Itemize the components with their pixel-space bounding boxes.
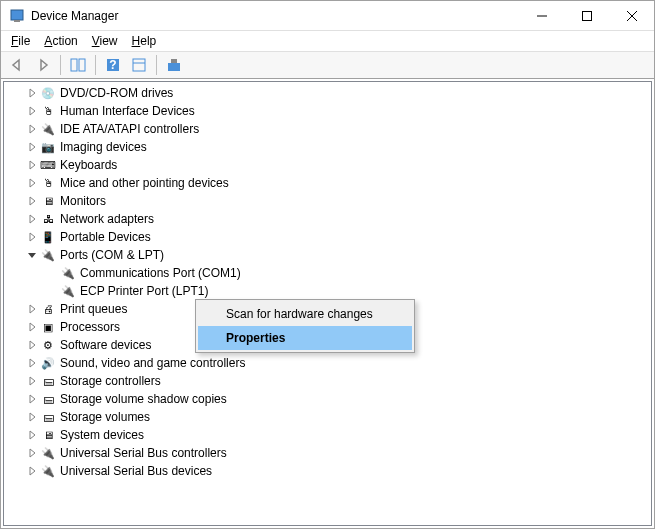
tree-node[interactable]: 🔌Universal Serial Bus controllers (4, 444, 651, 462)
tree-node-label: Sound, video and game controllers (60, 356, 245, 370)
titlebar[interactable]: Device Manager (1, 1, 654, 31)
tree-node-label: Storage volume shadow copies (60, 392, 227, 406)
tree-node-label: Mice and other pointing devices (60, 176, 229, 190)
tree-node[interactable]: 🖴Storage volume shadow copies (4, 390, 651, 408)
port-icon: 🔌 (40, 247, 56, 263)
menu-help[interactable]: Help (126, 33, 163, 49)
tree-node[interactable]: 🖱Human Interface Devices (4, 102, 651, 120)
tree-node-label: Network adapters (60, 212, 154, 226)
svg-rect-1 (14, 20, 20, 22)
chevron-down-icon[interactable] (24, 247, 40, 263)
chevron-right-icon[interactable] (24, 445, 40, 461)
dvd-drive-icon: 💿 (40, 85, 56, 101)
svg-rect-6 (71, 59, 77, 71)
tree-node[interactable]: 📷Imaging devices (4, 138, 651, 156)
tree-node-label: Communications Port (COM1) (80, 266, 241, 280)
toolbar-separator (95, 55, 96, 75)
chevron-right-icon[interactable] (24, 391, 40, 407)
chevron-right-icon[interactable] (24, 373, 40, 389)
software-icon: ⚙ (40, 337, 56, 353)
chevron-right-icon[interactable] (24, 85, 40, 101)
chevron-right-icon[interactable] (24, 319, 40, 335)
forward-button[interactable] (31, 54, 55, 76)
tree-node[interactable]: 🔌Universal Serial Bus devices (4, 462, 651, 480)
menu-view[interactable]: View (86, 33, 124, 49)
hid-icon: 🖱 (40, 103, 56, 119)
chevron-right-icon[interactable] (24, 463, 40, 479)
context-menu-item[interactable]: Scan for hardware changes (198, 302, 412, 326)
chevron-right-icon[interactable] (24, 121, 40, 137)
chevron-right-icon[interactable] (24, 175, 40, 191)
tree-node-label: Software devices (60, 338, 151, 352)
svg-rect-12 (168, 63, 180, 71)
monitor-icon: 🖥 (40, 193, 56, 209)
toolbar: ? (1, 51, 654, 79)
tree-node[interactable]: 📱Portable Devices (4, 228, 651, 246)
port-icon: 🔌 (60, 265, 76, 281)
chevron-right-icon[interactable] (24, 157, 40, 173)
tree-node[interactable]: 🔊Sound, video and game controllers (4, 354, 651, 372)
tree-node-label: DVD/CD-ROM drives (60, 86, 173, 100)
help-button[interactable]: ? (101, 54, 125, 76)
tree-node[interactable]: 🔌ECP Printer Port (LPT1) (4, 282, 651, 300)
chevron-right-icon[interactable] (24, 301, 40, 317)
chevron-right-icon[interactable] (24, 103, 40, 119)
svg-rect-3 (582, 11, 591, 20)
chevron-right-icon[interactable] (24, 139, 40, 155)
cpu-icon: ▣ (40, 319, 56, 335)
usb-icon: 🔌 (40, 463, 56, 479)
menubar: File Action View Help (1, 31, 654, 51)
tree-node[interactable]: 🖴Storage controllers (4, 372, 651, 390)
tree-node-label: System devices (60, 428, 144, 442)
tree-node[interactable]: 🔌Communications Port (COM1) (4, 264, 651, 282)
tree-node-label: Storage controllers (60, 374, 161, 388)
close-button[interactable] (609, 1, 654, 30)
chevron-right-icon[interactable] (24, 427, 40, 443)
scan-hardware-button[interactable] (162, 54, 186, 76)
ide-icon: 🔌 (40, 121, 56, 137)
tree-node[interactable]: 🖥System devices (4, 426, 651, 444)
tree-node[interactable]: 🖧Network adapters (4, 210, 651, 228)
menu-file[interactable]: File (5, 33, 36, 49)
chevron-right-icon[interactable] (24, 193, 40, 209)
back-button[interactable] (5, 54, 29, 76)
app-icon (9, 8, 25, 24)
menu-action[interactable]: Action (38, 33, 83, 49)
chevron-right-icon[interactable] (24, 211, 40, 227)
network-icon: 🖧 (40, 211, 56, 227)
imaging-icon: 📷 (40, 139, 56, 155)
chevron-right-icon[interactable] (24, 409, 40, 425)
mouse-icon: 🖱 (40, 175, 56, 191)
tree-node-label: Monitors (60, 194, 106, 208)
tree-node-label: Portable Devices (60, 230, 151, 244)
tree-node[interactable]: 🖱Mice and other pointing devices (4, 174, 651, 192)
tree-node-label: Print queues (60, 302, 127, 316)
context-menu-item[interactable]: Properties (198, 326, 412, 350)
menu-file-rest: ile (18, 34, 30, 48)
chevron-right-icon[interactable] (24, 229, 40, 245)
menu-action-rest: ction (52, 34, 77, 48)
tree-node-label: Processors (60, 320, 120, 334)
tree-node[interactable]: 🔌IDE ATA/ATAPI controllers (4, 120, 651, 138)
sound-icon: 🔊 (40, 355, 56, 371)
maximize-button[interactable] (564, 1, 609, 30)
chevron-right-icon[interactable] (24, 337, 40, 353)
minimize-button[interactable] (519, 1, 564, 30)
tree-node[interactable]: 🖴Storage volumes (4, 408, 651, 426)
tree-node[interactable]: 💿DVD/CD-ROM drives (4, 84, 651, 102)
tree-node-label: Human Interface Devices (60, 104, 195, 118)
tree-node[interactable]: ⌨Keyboards (4, 156, 651, 174)
chevron-right-icon[interactable] (24, 355, 40, 371)
port-icon: 🔌 (60, 283, 76, 299)
tree-node[interactable]: 🔌Ports (COM & LPT) (4, 246, 651, 264)
show-hide-console-button[interactable] (66, 54, 90, 76)
action-button[interactable] (127, 54, 151, 76)
no-expander (44, 283, 60, 299)
menu-help-rest: elp (140, 34, 156, 48)
tree-node-label: Storage volumes (60, 410, 150, 424)
tree-node-label: Universal Serial Bus controllers (60, 446, 227, 460)
printer-icon: 🖨 (40, 301, 56, 317)
tree-node-label: Imaging devices (60, 140, 147, 154)
usb-icon: 🔌 (40, 445, 56, 461)
tree-node[interactable]: 🖥Monitors (4, 192, 651, 210)
